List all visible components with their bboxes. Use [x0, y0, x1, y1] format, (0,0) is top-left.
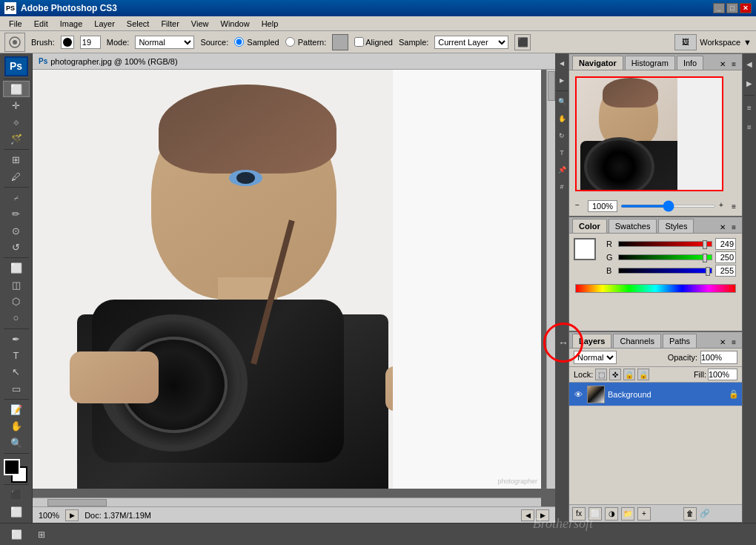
add-style-btn[interactable]: fx: [572, 507, 586, 521]
tool-screen-mode[interactable]: ⬛: [3, 487, 30, 503]
tool-lasso[interactable]: ⟐: [3, 114, 30, 130]
new-layer-btn[interactable]: +: [637, 507, 651, 521]
collapse-strip-btn[interactable]: ◀: [743, 55, 755, 73]
g-slider-thumb[interactable]: [703, 254, 707, 262]
nav-zoom-slider[interactable]: [620, 205, 716, 208]
nav-zoom-input[interactable]: [588, 200, 617, 212]
tool-move[interactable]: ✛: [3, 98, 30, 113]
panel-btn-2[interactable]: ≡: [743, 118, 755, 136]
b-slider-track[interactable]: [618, 268, 712, 274]
navigator-tab[interactable]: Navigator: [572, 56, 623, 70]
zoom-out-btn[interactable]: −: [575, 201, 585, 211]
tool-clone-stamp[interactable]: ⊙: [3, 222, 30, 238]
histogram-tab[interactable]: Histogram: [625, 56, 675, 70]
tool-notes[interactable]: 📝: [3, 402, 30, 417]
lock-position-icon[interactable]: ✜: [609, 369, 621, 380]
tool-brush[interactable]: ✏: [3, 206, 30, 222]
tool-gradient[interactable]: ◫: [3, 277, 30, 292]
link-icon[interactable]: 🔗: [700, 509, 710, 518]
new-adj-btn[interactable]: ◑: [605, 507, 618, 521]
sample-button[interactable]: ⬛: [514, 34, 531, 50]
color-close-btn[interactable]: ✕: [717, 222, 729, 233]
tool-path-select[interactable]: ↖: [3, 364, 30, 380]
menu-edit[interactable]: Edit: [28, 18, 54, 30]
color-swatch[interactable]: [574, 238, 596, 260]
expand-strip-btn[interactable]: ▶: [743, 74, 755, 92]
close-button[interactable]: ✕: [740, 3, 752, 13]
aligned-checkbox[interactable]: Aligned: [354, 37, 393, 47]
tool-hand[interactable]: ✋: [3, 418, 30, 434]
pattern-color-box[interactable]: [332, 34, 348, 50]
r-value-input[interactable]: [715, 238, 736, 250]
fill-input[interactable]: [708, 369, 737, 380]
color-spectrum[interactable]: [575, 284, 736, 293]
canvas-photo-area[interactable]: photographer: [33, 70, 541, 489]
color-tab[interactable]: Color: [572, 219, 607, 233]
swatches-tab[interactable]: Swatches: [609, 219, 657, 233]
blend-mode-select[interactable]: Normal: [574, 351, 617, 364]
brush-preview[interactable]: [61, 36, 74, 49]
layers-tab[interactable]: Layers: [572, 334, 611, 348]
v-scrollbar[interactable]: [546, 70, 555, 489]
foreground-color[interactable]: [4, 459, 20, 475]
panel-btn-1[interactable]: ≡: [743, 99, 755, 116]
tool-rectangle-select[interactable]: ⬜: [3, 81, 30, 96]
brush-size-input[interactable]: [80, 36, 101, 49]
h-scroll-thumb[interactable]: [47, 499, 107, 506]
sampled-radio[interactable]: Sampled: [234, 37, 279, 47]
footer-prev-btn[interactable]: ◀: [521, 509, 534, 521]
v-scroll-thumb[interactable]: [548, 71, 555, 101]
panel-expand-btn[interactable]: ▶: [556, 72, 568, 88]
navigator-close-btn[interactable]: ✕: [717, 59, 729, 70]
table-row[interactable]: 👁 Background 🔒: [569, 383, 742, 406]
tool-screen-mode-full[interactable]: ⬜: [3, 504, 30, 520]
mode-select[interactable]: Normal: [135, 36, 194, 49]
g-value-input[interactable]: [715, 251, 736, 263]
layers-list[interactable]: 👁 Background 🔒: [569, 383, 742, 504]
hand-tool-strip[interactable]: ✋: [556, 110, 568, 127]
tool-zoom[interactable]: 🔍: [3, 435, 30, 451]
type-tool-strip[interactable]: T: [556, 145, 568, 161]
r-slider-track[interactable]: [618, 241, 712, 247]
tool-pen[interactable]: ✒: [3, 331, 30, 346]
color-options-btn[interactable]: ≡: [729, 222, 739, 233]
note-tool-strip[interactable]: 📌: [556, 162, 568, 178]
footer-next-btn[interactable]: ▶: [536, 509, 549, 521]
menu-select[interactable]: Select: [121, 18, 156, 30]
navigator-options-btn[interactable]: ≡: [729, 59, 739, 70]
tool-shape[interactable]: ▭: [3, 381, 30, 397]
sample-select[interactable]: Current Layer: [434, 36, 508, 49]
info-tab[interactable]: Info: [677, 56, 703, 70]
canvas-info-btn[interactable]: ▶: [65, 509, 79, 521]
rotate-tool-strip[interactable]: ↻: [556, 128, 568, 144]
tool-text[interactable]: T: [3, 348, 30, 363]
g-slider-track[interactable]: [618, 254, 712, 260]
workspace-dropdown-icon[interactable]: ▼: [743, 38, 752, 47]
tool-history-brush[interactable]: ↺: [3, 240, 30, 255]
tool-blur[interactable]: ⬡: [3, 294, 30, 309]
paths-tab[interactable]: Paths: [663, 334, 697, 348]
tool-eyedropper[interactable]: 🖊: [3, 168, 30, 184]
menu-filter[interactable]: Filter: [155, 18, 185, 30]
r-slider-thumb[interactable]: [703, 240, 707, 249]
add-mask-btn[interactable]: ⬜: [588, 507, 602, 521]
count-tool-strip[interactable]: #: [556, 179, 568, 195]
h-scrollbar[interactable]: [33, 498, 541, 506]
screen-mode-btn[interactable]: ⊞: [31, 525, 52, 544]
tool-spot-heal[interactable]: ⌿: [3, 190, 30, 205]
menu-window[interactable]: Window: [215, 18, 256, 30]
layers-close-btn[interactable]: ✕: [717, 337, 729, 348]
tool-options-icon[interactable]: [4, 33, 25, 52]
tool-crop[interactable]: ⊞: [3, 152, 30, 168]
opacity-input[interactable]: [700, 351, 737, 364]
menu-layer[interactable]: Layer: [88, 18, 121, 30]
menu-view[interactable]: View: [185, 18, 215, 30]
lock-pixels-icon[interactable]: ⬚: [595, 369, 607, 380]
canvas-container[interactable]: photographer: [33, 70, 555, 506]
zoom-in-btn[interactable]: +: [719, 201, 729, 211]
pattern-radio[interactable]: Pattern:: [285, 37, 327, 47]
zoom-tool-strip[interactable]: 🔍: [556, 93, 568, 110]
panel-collapse-btn[interactable]: ◀: [556, 55, 568, 71]
menu-file[interactable]: File: [3, 18, 28, 30]
quick-mask-btn[interactable]: ⬜: [6, 525, 27, 544]
